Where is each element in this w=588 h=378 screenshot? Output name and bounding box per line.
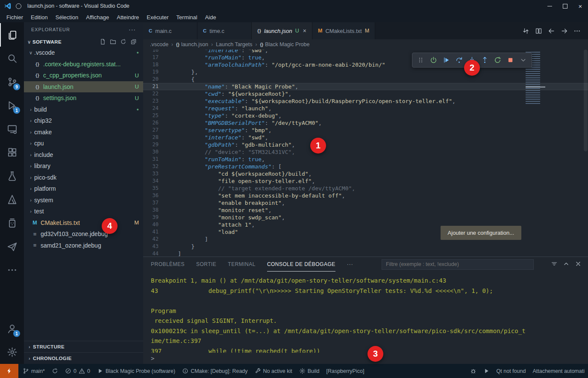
status-problems[interactable]: 00 <box>62 364 94 378</box>
workspace-section-header[interactable]: ∨ SOFTWARE <box>24 37 143 47</box>
tab-launch-json[interactable]: {}launch.jsonU× <box>252 22 312 39</box>
debug-restart-button[interactable] <box>491 54 504 66</box>
arrow-right-button[interactable] <box>558 25 570 37</box>
activity-cmake-tool[interactable] <box>0 188 24 211</box>
breadcrumb-item-launch-targets[interactable]: Launch Targets <box>216 41 252 47</box>
tree-item-launch-json[interactable]: {}launch.jsonU <box>24 81 143 93</box>
refresh-button[interactable] <box>120 38 126 46</box>
menu-fichier[interactable]: Fichier <box>3 12 27 22</box>
compare-button[interactable] <box>520 25 532 37</box>
breadcrumb-item-launch-json[interactable]: {}launch.json <box>176 41 208 47</box>
activity-container-jar[interactable] <box>0 211 24 235</box>
split-button[interactable] <box>532 25 544 37</box>
panel-tab-sortie[interactable]: SORTIE <box>196 257 216 272</box>
tree-item-library[interactable]: ›library <box>24 160 143 172</box>
menu-s-lection[interactable]: Sélection <box>52 12 82 22</box>
tree-item-test[interactable]: ›test <box>24 206 143 217</box>
section-structure[interactable]: ›STRUCTURE <box>24 341 143 352</box>
debug-chevron-down-button[interactable] <box>517 54 529 66</box>
git-status-badge: U <box>135 72 139 79</box>
debug-continue-button[interactable] <box>440 54 453 66</box>
status-cmake-target[interactable]: [RaspberryPico] <box>323 364 368 378</box>
menu-aide[interactable]: Aide <box>201 12 220 22</box>
activity-settings-gear[interactable] <box>0 340 24 364</box>
debug-stop-button[interactable] <box>504 54 517 66</box>
close-button[interactable]: × <box>573 0 588 12</box>
tree-item-chip32[interactable]: ›chip32 <box>24 115 143 127</box>
activity-explorer[interactable] <box>0 23 24 47</box>
activity-source-control[interactable]: 9 <box>0 70 24 94</box>
tree-item-gd32vf103-ozone-jdebug[interactable]: ≡gd32vf103_ozone.jdebug <box>24 228 143 240</box>
section-chronologie[interactable]: ›CHRONOLOGIE <box>24 352 143 364</box>
collapse-all-button[interactable] <box>130 38 137 46</box>
debug-console-input-row[interactable]: > <box>143 353 588 364</box>
tree-item-cortex-debug-registers-stat[interactable]: {}.cortex-debug.registers.stat... <box>24 59 143 70</box>
maximize-button[interactable] <box>557 0 573 12</box>
new-file-button[interactable] <box>100 38 106 46</box>
menu-ex-cuter[interactable]: Exécuter <box>143 12 172 22</box>
tree-item-vscode[interactable]: ∨.vscode● <box>24 47 143 59</box>
status-remote-indicator[interactable] <box>0 364 18 378</box>
panel-tab-console-de-d-bogage[interactable]: CONSOLE DE DÉBOGAGE <box>267 257 335 272</box>
close-panel-button[interactable] <box>575 260 582 269</box>
tree-item-platform[interactable]: ›platform <box>24 183 143 195</box>
status-qt-status[interactable]: Qt not found <box>493 364 529 378</box>
tree-item-c-cpp-properties-json[interactable]: {}c_cpp_properties.jsonU <box>24 70 143 81</box>
add-configuration-button[interactable]: Ajouter une configuration... <box>441 226 521 240</box>
close-tab-icon[interactable]: × <box>303 27 306 34</box>
status-debug-icon[interactable] <box>467 364 480 378</box>
tab-time-c[interactable]: Ctime.c <box>197 22 252 39</box>
tree-item-samd21-ozone-jdebug[interactable]: ≡samd21_ozone.jdebug <box>24 240 143 251</box>
filter-button[interactable] <box>551 260 558 269</box>
arrow-left-button[interactable] <box>545 25 557 37</box>
menu-edition[interactable]: Edition <box>27 12 52 22</box>
activity-send[interactable] <box>0 235 24 258</box>
code-editor[interactable]: 16 "interface": "swd",17 "runToMain": tr… <box>143 50 588 257</box>
activity-test-beaker[interactable] <box>0 164 24 188</box>
status-run-icon[interactable] <box>480 364 493 378</box>
activity-run-debug[interactable]: 1 <box>0 94 24 117</box>
panel-more-icon[interactable]: ··· <box>347 261 353 267</box>
panel-tab-probl-mes[interactable]: PROBLÈMES <box>151 257 185 272</box>
breadcrumb-item-vscode[interactable]: .vscode <box>150 41 168 47</box>
more-dots-button[interactable] <box>571 25 583 37</box>
menu-terminal[interactable]: Terminal <box>173 12 201 22</box>
debug-step-over-button[interactable] <box>453 54 465 66</box>
tab-cmakelists-txt[interactable]: MCMakeLists.txtM <box>312 22 375 39</box>
tab-main-c[interactable]: Cmain.c <box>143 22 197 39</box>
activity-remote-explorer[interactable] <box>0 117 24 141</box>
maximize-panel-button[interactable] <box>563 260 570 269</box>
tree-item-cpu[interactable]: ›cpu <box>24 138 143 149</box>
tree-item-system[interactable]: ›system <box>24 195 143 206</box>
line-number: 27 <box>143 127 165 134</box>
breadcrumb-item-black-magic-probe[interactable]: {}Black Magic Probe <box>260 41 309 47</box>
status-debug-target[interactable]: Black Magic Probe (software) <box>94 364 179 378</box>
new-folder-button[interactable] <box>110 38 116 46</box>
activity-account[interactable]: 1 <box>0 317 24 340</box>
panel-tab-terminal[interactable]: TERMINAL <box>228 257 256 272</box>
console-line: Breakpoint 1, main () at /mnt/data/git/o… <box>151 276 584 286</box>
menu-atteindre[interactable]: Atteindre <box>113 12 143 22</box>
console-filter-input[interactable] <box>382 259 534 270</box>
tree-item-cmake[interactable]: ›cmake <box>24 127 143 138</box>
tree-item-include[interactable]: ›include <box>24 149 143 161</box>
sidebar-more-icon[interactable]: ··· <box>129 26 136 33</box>
status-git-branch[interactable]: main* <box>19 364 48 378</box>
status-sync[interactable] <box>48 364 62 378</box>
status-cmake-kit[interactable]: No active kit <box>251 364 296 378</box>
status-build[interactable]: Build <box>296 364 323 378</box>
status-cmake-status[interactable]: CMake: [Debug]: Ready <box>179 364 251 378</box>
tree-item-cmakelists-txt[interactable]: MCMakeLists.txtM <box>24 217 143 229</box>
tree-item-build[interactable]: ›build● <box>24 104 143 115</box>
status-auto-attach[interactable]: Attachement automati <box>529 364 588 378</box>
activity-extensions[interactable] <box>0 141 24 164</box>
activity-more[interactable] <box>0 258 24 282</box>
debug-power-button[interactable] <box>427 54 440 66</box>
menu-affichage[interactable]: Affichage <box>82 12 113 22</box>
tree-item-settings-json[interactable]: {}settings.jsonU <box>24 92 143 104</box>
minimize-button[interactable] <box>542 0 557 12</box>
tree-item-pico-sdk[interactable]: ›pico-sdk <box>24 172 143 183</box>
activity-search[interactable] <box>0 47 24 70</box>
debug-step-out-button[interactable] <box>479 54 491 66</box>
editor-scrollbar[interactable] <box>584 50 588 151</box>
